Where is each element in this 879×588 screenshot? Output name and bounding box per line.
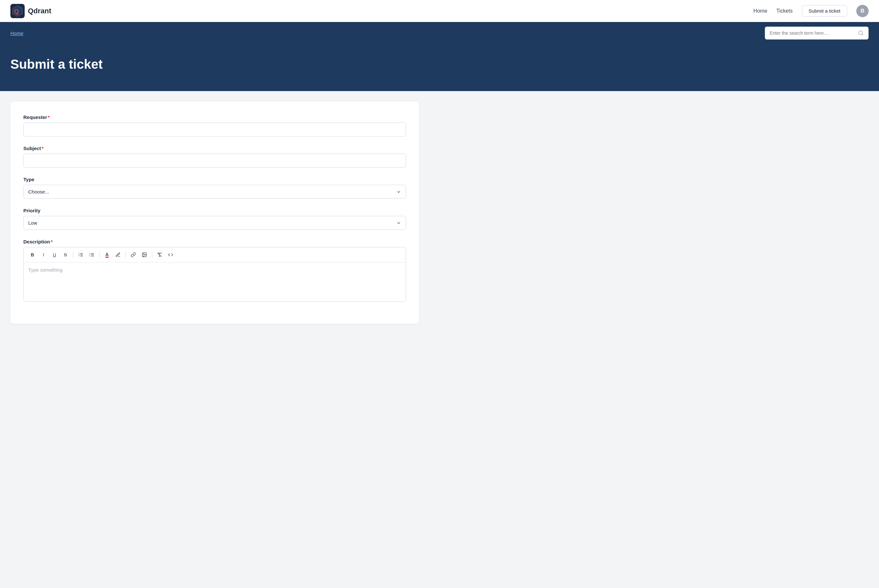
search-icon-button[interactable] xyxy=(853,27,868,39)
description-group: Description* B I U xyxy=(23,239,406,302)
toolbar-image-button[interactable] xyxy=(140,250,149,260)
format-clear-icon xyxy=(157,252,162,257)
requester-input[interactable] xyxy=(23,123,406,136)
navbar: Q Qdrant Home Tickets Submit a ticket B xyxy=(0,0,879,22)
type-select[interactable]: Choose... Question Incident Problem Feat… xyxy=(23,185,406,199)
toolbar-link-button[interactable] xyxy=(128,250,138,260)
requester-required-star: * xyxy=(48,114,50,120)
ordered-list-icon: 1 2 3 xyxy=(78,252,83,257)
nav-home-link[interactable]: Home xyxy=(753,8,768,14)
toolbar-highlight-button[interactable] xyxy=(113,250,123,260)
toolbar-code-button[interactable] xyxy=(166,250,176,260)
svg-text:3: 3 xyxy=(78,255,80,257)
page-title: Submit a ticket xyxy=(11,57,868,72)
toolbar-format-clear-button[interactable] xyxy=(155,250,164,260)
brand-name: Qdrant xyxy=(28,7,51,15)
search-input[interactable] xyxy=(765,27,853,39)
subject-input[interactable] xyxy=(23,154,406,168)
form-container: Requester* Subject* Type Choose... Quest… xyxy=(0,91,879,334)
description-editor: B I U S xyxy=(23,247,406,302)
svg-point-15 xyxy=(90,253,90,254)
subject-group: Subject* xyxy=(23,146,406,168)
form-card: Requester* Subject* Type Choose... Quest… xyxy=(11,102,419,324)
navbar-brand: Q Qdrant xyxy=(11,4,51,18)
image-icon xyxy=(142,252,147,257)
nav-tickets-link[interactable]: Tickets xyxy=(777,8,793,14)
requester-label: Requester* xyxy=(23,114,406,120)
priority-select[interactable]: Low Normal High Urgent xyxy=(23,216,406,230)
avatar[interactable]: B xyxy=(856,5,868,17)
qdrant-logo-icon: Q xyxy=(11,4,25,18)
svg-point-17 xyxy=(90,256,90,256)
description-required-star: * xyxy=(51,239,53,244)
toolbar-unordered-list-button[interactable] xyxy=(87,250,97,260)
requester-group: Requester* xyxy=(23,114,406,136)
svg-text:Q: Q xyxy=(14,8,19,15)
hero-section: Submit a ticket xyxy=(0,44,879,91)
breadcrumb[interactable]: Home xyxy=(11,30,23,36)
text-color-label: A xyxy=(105,252,109,258)
svg-point-19 xyxy=(143,254,144,255)
description-placeholder: Type something xyxy=(28,267,63,273)
type-group: Type Choose... Question Incident Problem… xyxy=(23,177,406,199)
description-label: Description* xyxy=(23,239,406,244)
toolbar-underline-button[interactable]: U xyxy=(50,250,59,260)
unordered-list-icon xyxy=(89,252,95,257)
submit-ticket-button[interactable]: Submit a ticket xyxy=(802,5,847,16)
search-box xyxy=(765,27,868,39)
toolbar-text-color-button[interactable]: A xyxy=(102,250,112,260)
subject-required-star: * xyxy=(42,146,44,151)
navbar-right: Home Tickets Submit a ticket B xyxy=(753,5,868,17)
toolbar-strikethrough-button[interactable]: S xyxy=(61,250,71,260)
toolbar-bold-button[interactable]: B xyxy=(27,250,37,260)
description-content[interactable]: Type something xyxy=(24,262,406,302)
subject-label: Subject* xyxy=(23,146,406,151)
code-icon xyxy=(168,252,173,257)
link-icon xyxy=(131,252,136,257)
priority-group: Priority Low Normal High Urgent xyxy=(23,208,406,230)
svg-line-5 xyxy=(862,34,863,35)
svg-point-16 xyxy=(90,255,90,255)
toolbar-italic-button[interactable]: I xyxy=(39,250,48,260)
highlight-icon xyxy=(116,252,121,257)
priority-label: Priority xyxy=(23,208,406,213)
type-label: Type xyxy=(23,177,406,182)
sub-header: Home xyxy=(0,22,879,44)
toolbar-ordered-list-button[interactable]: 1 2 3 xyxy=(76,250,86,260)
editor-toolbar: B I U S xyxy=(24,248,406,262)
search-icon xyxy=(858,30,864,36)
